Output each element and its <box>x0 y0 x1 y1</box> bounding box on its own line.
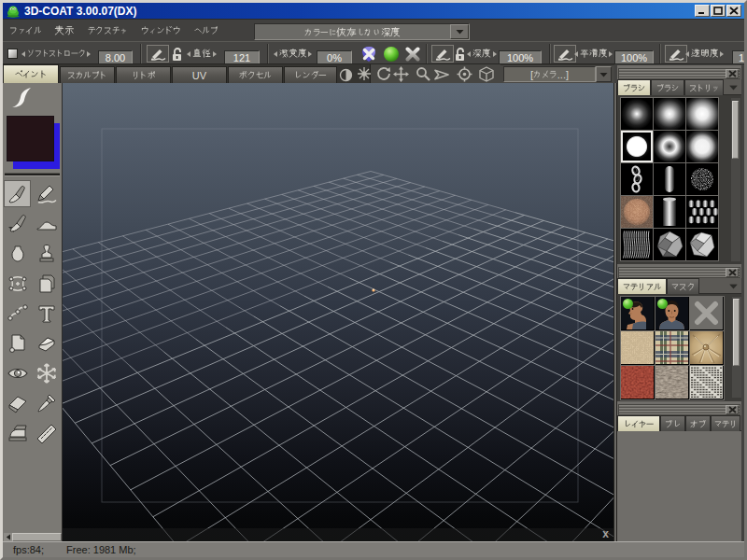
brushes-tab-0[interactable] <box>617 79 651 95</box>
zoom-icon[interactable] <box>415 66 430 81</box>
menu-file[interactable] <box>3 20 48 41</box>
spin-increase-icon[interactable] <box>493 51 497 57</box>
camera-dropdown-arrow[interactable] <box>596 66 612 82</box>
layers-tab-1[interactable] <box>660 415 685 431</box>
material-face-profile-photo[interactable] <box>621 297 655 330</box>
tool-hill-smooth[interactable] <box>33 210 60 237</box>
pen-pressure-smoothing-icon[interactable] <box>554 45 576 63</box>
brush-soft-dot-small[interactable] <box>621 98 653 130</box>
brush-chain[interactable] <box>621 163 653 195</box>
green-sphere-icon[interactable] <box>383 42 400 64</box>
room-tab-4[interactable] <box>228 66 283 83</box>
material-fur-tweed[interactable] <box>655 366 689 399</box>
materials-panel-close-icon[interactable] <box>726 268 739 277</box>
tool-blob[interactable] <box>4 240 31 267</box>
tool-page-corner[interactable] <box>4 329 31 357</box>
soft-stroke-checkbox[interactable] <box>7 49 18 59</box>
move-icon[interactable] <box>393 66 409 81</box>
tool-spline[interactable] <box>4 300 31 327</box>
brushes-panel-header[interactable] <box>618 68 740 79</box>
brushes-more-arrow[interactable] <box>726 83 740 92</box>
scroll-left-arrow-icon[interactable] <box>4 533 12 541</box>
pen-pressure-depth-icon[interactable] <box>431 45 454 63</box>
materials-panel-header[interactable] <box>618 267 740 278</box>
spin-decrease-icon[interactable] <box>21 51 25 57</box>
material-none-x[interactable] <box>690 297 724 330</box>
brush-capsule[interactable] <box>654 163 685 195</box>
brush-rock-facet[interactable] <box>654 229 685 260</box>
scrollbar-thumb[interactable] <box>12 533 62 541</box>
materials-tab-1[interactable] <box>667 278 699 294</box>
spin-increase-icon[interactable] <box>308 51 312 57</box>
tool-eraser[interactable] <box>33 329 60 357</box>
tool-text[interactable] <box>33 300 60 327</box>
layers-tab-0[interactable] <box>617 415 660 431</box>
pointer-icon[interactable] <box>434 67 450 82</box>
room-tab-5[interactable] <box>284 66 337 83</box>
brush-soft-dot-medium[interactable] <box>654 98 685 130</box>
smoothing-value[interactable]: 100% <box>614 50 654 65</box>
room-tab-1[interactable] <box>60 66 115 83</box>
tool-ruler[interactable] <box>33 419 60 446</box>
material-scrollbar-thumb[interactable] <box>733 299 740 366</box>
material-plaid-fabric[interactable] <box>655 331 689 365</box>
viewport-3d[interactable]: x <box>63 83 613 541</box>
spin-decrease-icon[interactable] <box>574 51 578 57</box>
tool-palette-scrollbar[interactable] <box>4 533 62 541</box>
layers-panel-close-icon[interactable] <box>726 405 739 414</box>
spin-increase-icon[interactable] <box>213 51 217 57</box>
brush-hard-circle[interactable] <box>621 131 653 162</box>
spin-decrease-icon[interactable] <box>467 51 471 57</box>
brushes-tab-1[interactable] <box>651 79 684 95</box>
room-tab-2[interactable] <box>116 66 171 83</box>
tool-iron[interactable] <box>4 419 31 446</box>
brush-soft-dot-large[interactable] <box>686 98 718 130</box>
primary-color-swatch[interactable] <box>7 116 54 161</box>
brushes-panel-close-icon[interactable] <box>726 69 739 78</box>
materials-tab-0[interactable] <box>617 278 667 294</box>
brush-ring[interactable] <box>654 131 685 162</box>
pen-pressure-diameter-icon[interactable] <box>147 45 169 63</box>
material-beige-fabric[interactable] <box>621 331 655 365</box>
spin-increase-icon[interactable] <box>87 51 91 57</box>
material-face-front-photo[interactable] <box>655 297 689 330</box>
tool-eye[interactable] <box>4 359 31 386</box>
cube-icon[interactable] <box>478 66 494 81</box>
tool-freeze-snowflake[interactable] <box>33 359 60 386</box>
brush-cylinder[interactable] <box>654 196 685 228</box>
soft-stroke-value[interactable]: 8.00 <box>98 50 133 65</box>
lock-depth-icon[interactable] <box>454 42 466 64</box>
rotate-icon[interactable] <box>375 66 391 81</box>
diameter-value[interactable]: 121 <box>224 50 260 65</box>
brush-bump-array[interactable] <box>686 196 718 228</box>
tool-marquee[interactable] <box>4 270 31 297</box>
minimize-button[interactable] <box>695 5 710 17</box>
viewport-close-icon[interactable]: x <box>602 529 609 539</box>
materials-more-arrow[interactable] <box>726 282 740 291</box>
menu-view[interactable] <box>48 20 81 41</box>
brush-soft-circle[interactable] <box>686 131 718 162</box>
brushes-tab-2[interactable] <box>684 79 724 95</box>
brush-hair-strands[interactable] <box>621 229 653 260</box>
moon-icon[interactable] <box>338 67 354 82</box>
starburst-icon[interactable] <box>356 66 372 81</box>
depth-mode-dropdown[interactable] <box>254 23 470 40</box>
tool-brush-dark[interactable] <box>4 210 31 237</box>
opacity-value[interactable]: 100% <box>732 50 744 65</box>
menu-texture[interactable] <box>81 20 134 41</box>
clear-x-icon[interactable] <box>405 42 420 64</box>
depth-value[interactable]: 100% <box>499 50 542 65</box>
stroke-preview[interactable] <box>9 87 34 108</box>
brush-copper-fabric[interactable] <box>621 196 653 228</box>
spin-decrease-icon[interactable] <box>274 51 277 57</box>
camera-dropdown[interactable]: [...] <box>500 65 614 83</box>
spin-decrease-icon[interactable] <box>685 51 689 57</box>
maximize-button[interactable] <box>711 5 726 17</box>
layers-panel-header[interactable] <box>618 404 740 415</box>
brush-rock-facet-light[interactable] <box>686 229 718 260</box>
close-button[interactable] <box>726 5 741 17</box>
spin-increase-icon[interactable] <box>609 51 613 57</box>
lock-diameter-icon[interactable] <box>171 42 183 64</box>
target-icon[interactable] <box>457 66 472 81</box>
spin-increase-icon[interactable] <box>720 51 724 57</box>
